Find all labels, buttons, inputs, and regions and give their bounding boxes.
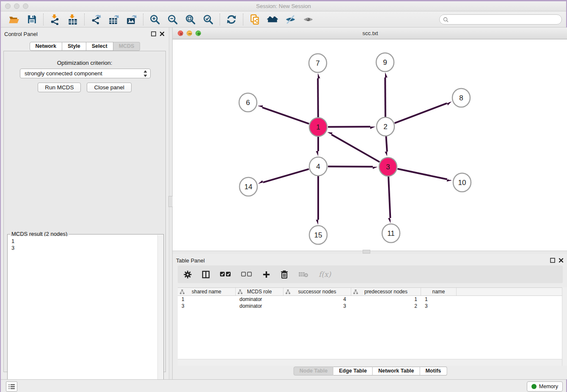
close-table-panel-icon[interactable] [559,258,564,263]
tab-mcds[interactable]: MCDS [113,42,140,51]
graph-node-15[interactable]: 15 [309,226,327,244]
graph-node-10[interactable]: 10 [453,173,471,192]
graph-edge-2-3[interactable] [386,136,387,152]
graph-node-9[interactable]: 9 [376,53,394,72]
refresh-view-icon [226,14,237,25]
graph-node-label: 2 [383,123,387,131]
column-header-shared-name[interactable]: shared name [178,288,236,295]
column-header-predecessor-nodes[interactable]: predecessor nodes [351,288,421,295]
delete-table-icon [298,271,308,278]
graph-node-11[interactable]: 11 [382,224,400,243]
delete-column-button[interactable] [281,270,288,279]
graph-node-label: 7 [316,59,319,67]
toolbar-separator [143,14,143,25]
horizontal-splitter-grip[interactable] [363,250,370,254]
graph-edge-1-6[interactable] [262,108,309,124]
graph-edge-3-10[interactable] [398,169,447,179]
trash-icon [281,270,288,279]
task-history-button[interactable] [6,381,17,392]
zoom-fit-button[interactable] [184,13,197,26]
network-canvas[interactable]: 7968124314101511 [173,39,567,251]
float-panel-icon[interactable] [151,31,156,36]
graph-node-label: 4 [316,163,320,171]
table-horizontal-scrollbar[interactable] [178,359,562,366]
zoom-in-button[interactable] [149,13,161,26]
tab-edge-table[interactable]: Edge Table [333,367,373,375]
graph-edge-1-7[interactable] [318,78,318,117]
delete-table-button[interactable] [298,271,308,278]
home-layout-button[interactable] [266,13,279,26]
close-panel-button[interactable]: Close panel [87,83,131,92]
float-table-panel-icon[interactable] [550,258,555,263]
new-network-from-selection-button[interactable] [248,13,261,26]
select-columns-checked-icon [220,271,231,277]
column-header-successor-nodes[interactable]: successor nodes [284,288,351,295]
memory-button[interactable]: Memory [527,381,563,392]
graph-edge-4-14[interactable] [263,169,309,182]
graph-node-14[interactable]: 14 [239,177,257,196]
table-row[interactable]: 1dominator411 [178,296,562,303]
table-cell: 2 [351,303,421,309]
tab-motifs[interactable]: Motifs [420,367,447,375]
hide-all-columns-button[interactable] [241,271,252,277]
close-panel-icon[interactable] [160,31,165,36]
search-box[interactable] [439,14,562,25]
graph-node-7[interactable]: 7 [309,54,327,72]
graph-node-4[interactable]: 4 [309,157,327,176]
graph-node-6[interactable]: 6 [239,93,257,112]
zoom-out-button[interactable] [166,13,179,26]
horizontal-splitter[interactable] [173,251,567,254]
zoom-selected-button[interactable] [202,13,215,26]
tab-network-table[interactable]: Network Table [373,367,420,375]
table-vertical-scrollbar[interactable] [562,287,567,366]
export-table-button[interactable] [107,13,120,26]
tab-select[interactable]: Select [86,42,113,51]
graph-node-label: 15 [314,231,322,239]
graph-edge-3-1[interactable] [331,135,380,162]
split-columns-button[interactable] [202,271,210,279]
graph-node-8[interactable]: 8 [452,88,470,107]
graph-edge-1-2[interactable] [328,127,370,127]
open-session-button[interactable] [8,13,20,26]
tab-network[interactable]: Network [30,42,62,51]
optimization-criterion-select[interactable]: strongly connected component [20,69,151,78]
import-network-button[interactable] [49,13,61,26]
export-network-button[interactable] [90,13,102,26]
graph-edge-2-8[interactable] [395,103,447,123]
column-header-label: successor nodes [298,289,336,295]
column-header-mcds-role[interactable]: MCDS role [236,288,284,295]
search-input[interactable] [451,17,561,22]
export-network-icon [91,14,102,25]
function-builder-button[interactable]: f(x) [319,270,331,279]
table-panel-title: Table Panel [176,257,205,264]
column-header-name[interactable]: name [421,288,457,295]
create-column-button[interactable] [262,271,270,279]
run-mcds-button[interactable]: Run MCDS [38,83,81,92]
graph-node-3[interactable]: 3 [379,157,397,176]
refresh-view-button[interactable] [225,13,238,26]
column-header-label: shared name [192,289,221,295]
search-icon [443,17,449,22]
graph-edge-2-9[interactable] [385,77,385,117]
hide-selected-button[interactable] [284,13,297,26]
sort-hierarchy-icon [180,290,184,295]
show-all-button[interactable] [302,13,314,26]
graph-edge-3-11[interactable] [388,177,390,218]
import-table-button[interactable] [66,13,79,26]
save-session-icon [27,14,37,25]
graph-edge-4-3[interactable] [328,166,373,167]
export-image-button[interactable] [125,13,138,26]
optimization-criterion-label: Optimization criterion: [4,60,165,66]
zoom-in-icon [149,14,160,25]
graph-node-1[interactable]: 1 [309,118,327,136]
tab-style[interactable]: Style [62,42,86,51]
toolbar-separator [220,14,220,25]
tab-node-table[interactable]: Node Table [294,367,333,375]
graph-node-2[interactable]: 2 [377,117,394,136]
vertical-splitter[interactable] [169,28,173,379]
save-session-button[interactable] [25,13,38,26]
show-all-columns-button[interactable] [220,271,231,277]
result-scrollbar[interactable] [157,235,163,392]
table-row[interactable]: 3dominator323 [178,303,562,309]
table-settings-button[interactable] [184,271,192,279]
